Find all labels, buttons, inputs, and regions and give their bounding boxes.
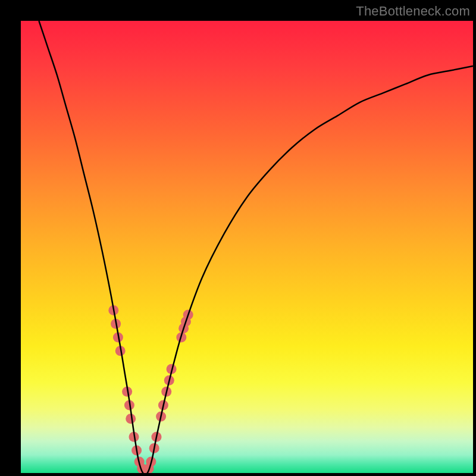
bottleneck-curve — [39, 21, 473, 473]
watermark-text: TheBottleneck.com — [356, 4, 470, 19]
scatter-markers — [108, 305, 193, 473]
chart-svg — [21, 21, 473, 473]
chart-frame: TheBottleneck.com — [0, 0, 476, 476]
plot-area — [21, 21, 473, 473]
